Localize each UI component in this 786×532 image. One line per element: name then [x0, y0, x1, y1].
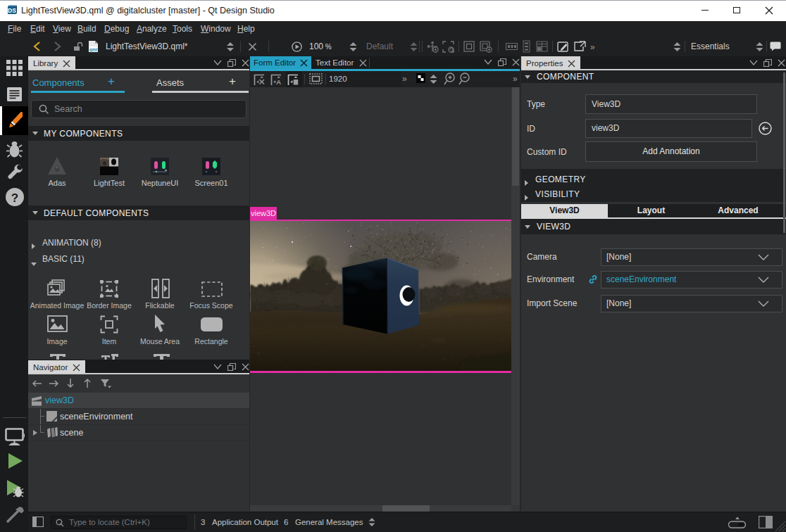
svg-text:qml: qml	[89, 47, 98, 53]
svg-text:DS: DS	[8, 7, 16, 14]
svg-text:?: ?	[11, 191, 18, 205]
svg-text:A: A	[276, 78, 281, 85]
